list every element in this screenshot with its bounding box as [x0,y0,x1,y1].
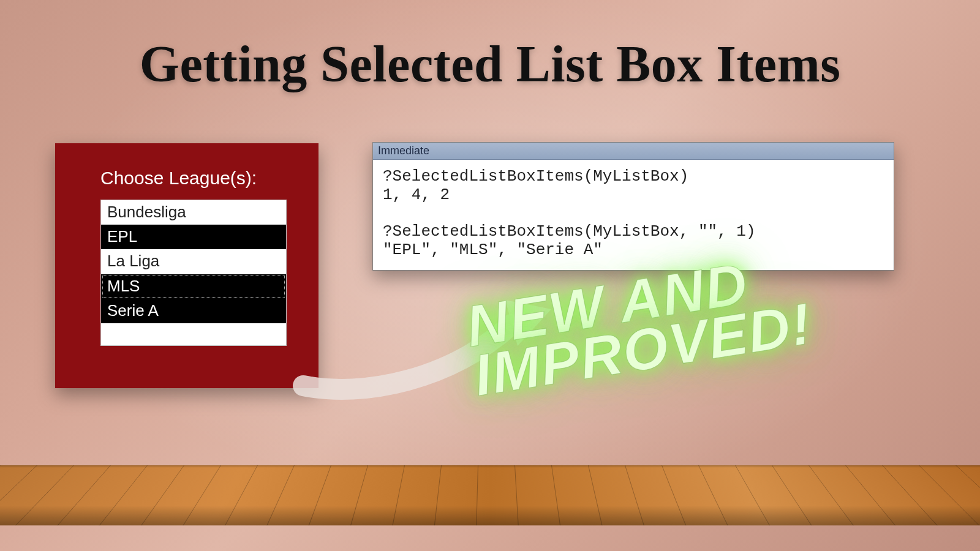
listbox-label: Choose League(s): [100,168,257,189]
immediate-line: ?SelectedListBoxItems(MyListBox) [383,167,688,186]
list-item-blank [101,323,286,345]
league-listbox[interactable]: Bundesliga EPL La Liga MLS Serie A [100,200,287,346]
new-and-improved-badge: NEW AND IMPROVED! [463,249,815,400]
immediate-line: "EPL", "MLS", "Serie A" [383,241,603,259]
list-item[interactable]: EPL [101,225,286,249]
slide-title: Getting Selected List Box Items [0,34,980,94]
immediate-window: Immediate ?SelectedListBoxItems(MyListBo… [372,142,894,271]
immediate-line: 1, 4, 2 [383,186,450,204]
immediate-line: ?SelectedListBoxItems(MyListBox, "", 1) [383,222,756,241]
immediate-body: ?SelectedListBoxItems(MyListBox) 1, 4, 2… [373,160,894,270]
list-item[interactable]: Serie A [101,299,286,323]
slide-stage: Getting Selected List Box Items Choose L… [0,0,980,551]
immediate-titlebar: Immediate [373,143,894,160]
stage-floor [0,465,980,551]
list-item[interactable]: Bundesliga [101,200,286,225]
listbox-panel: Choose League(s): Bundesliga EPL La Liga… [55,143,318,388]
list-item[interactable]: La Liga [101,249,286,274]
list-item[interactable]: MLS [101,274,286,299]
